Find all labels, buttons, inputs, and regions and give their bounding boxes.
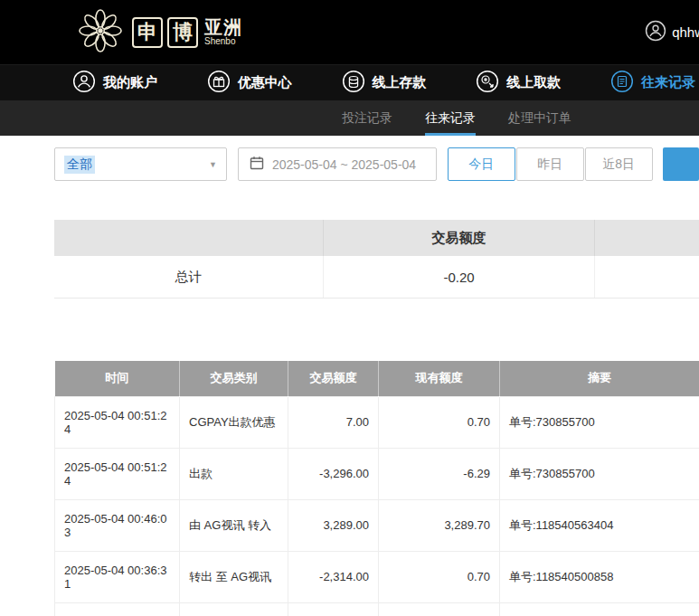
records-subnav: 投注记录 往来记录 处理中订单	[0, 100, 699, 136]
nav-item-online-withdraw[interactable]: 线上取款	[476, 70, 561, 96]
brand-region: 亚洲	[204, 18, 242, 36]
type-select[interactable]: 全部 ▼	[54, 147, 227, 181]
nav-item-online-deposit[interactable]: 线上存款	[342, 70, 427, 96]
main-nav: 我的账户 优惠中心 线上存款	[0, 64, 699, 100]
cell-summary: 单号:730855700	[500, 448, 699, 499]
table-row: 2025-05-04 00:51:24 出款 -3,296.00 -6.29 单…	[55, 448, 699, 499]
cell-summary: 单号:202505043949423402	[500, 602, 699, 616]
cell-balance: 2,314.70	[379, 602, 500, 616]
col-header-summary: 摘要	[500, 361, 699, 396]
cell-time: 2025-05-04 00:36:31	[55, 551, 180, 602]
cell-summary: 单号:118540563404	[500, 499, 699, 551]
cell-balance: -6.29	[379, 448, 500, 499]
cell-balance: 0.70	[379, 551, 500, 602]
nav-label: 线上存款	[373, 74, 427, 91]
cell-type: 出款	[180, 448, 288, 499]
tab-processing-orders[interactable]: 处理中订单	[508, 100, 571, 136]
records-table: 时间 交易类别 交易额度 现有额度 摘要 2025-05-04 00:51:24…	[54, 361, 699, 616]
cell-type: CGPAY-CG钱包支付笔笔送优惠	[180, 602, 288, 616]
summary-total-row: 总计 -0.20	[54, 256, 699, 299]
withdraw-icon	[476, 70, 499, 96]
quick-filter-yesterday[interactable]: 昨日	[516, 147, 584, 181]
user-icon	[72, 70, 96, 96]
cell-amount: -3,296.00	[288, 448, 379, 499]
top-header: 申 博 亚洲 Shenbo qhhw	[0, 0, 699, 64]
date-range-picker[interactable]: 2025-05-04 ~ 2025-05-04	[238, 147, 437, 181]
nav-label: 优惠中心	[238, 74, 292, 91]
table-row: 2025-05-04 00:51:24 CGPAY出款优惠 7.00 0.70 …	[55, 396, 699, 448]
chevron-down-icon: ▼	[209, 160, 217, 169]
cell-type: 由 AG视讯 转入	[180, 499, 288, 551]
user-avatar-icon	[645, 20, 666, 44]
summary-header-empty	[54, 220, 323, 256]
type-select-value: 全部	[64, 156, 95, 174]
summary-table: 交易额度 总计 -0.20	[54, 220, 699, 299]
filter-bar: 全部 ▼ 2025-05-04 ~ 2025-05-04 今日 昨日 近8日	[54, 147, 699, 181]
cell-type: CGPAY出款优惠	[180, 396, 288, 448]
gift-icon	[207, 70, 231, 96]
nav-item-my-account[interactable]: 我的账户	[72, 70, 157, 96]
brand-subtitle: Shenbo	[204, 36, 242, 47]
table-row: 2025-05-04 00:36:31 转出 至 AG视讯 -2,314.00 …	[55, 551, 699, 602]
records-icon	[610, 70, 634, 96]
cell-amount: -2,314.00	[288, 551, 379, 602]
col-header-amount: 交易额度	[288, 361, 379, 396]
tab-transaction-records[interactable]: 往来记录	[425, 100, 476, 136]
summary-total-label: 总计	[54, 256, 323, 298]
date-range-value: 2025-05-04 ~ 2025-05-04	[272, 157, 416, 172]
table-row: 2025-05-04 00:36:23 CGPAY-CG钱包支付笔笔送优惠 13…	[55, 602, 699, 616]
cell-summary: 单号:118540500858	[500, 551, 699, 602]
summary-header-amount: 交易额度	[323, 220, 594, 256]
col-header-balance: 现有额度	[379, 361, 500, 396]
col-header-time: 时间	[55, 361, 180, 396]
cell-balance: 3,289.70	[379, 499, 500, 551]
cell-time: 2025-05-04 00:51:24	[55, 396, 180, 448]
col-header-type: 交易类别	[180, 361, 288, 396]
brand-char-shen: 申	[132, 17, 163, 48]
summary-header-row: 交易额度	[54, 220, 699, 256]
nav-item-promo-center[interactable]: 优惠中心	[207, 70, 292, 96]
search-button[interactable]	[663, 147, 699, 181]
nav-label: 我的账户	[103, 74, 157, 91]
nav-label: 往来记录	[641, 74, 695, 91]
quick-filter-last8days[interactable]: 近8日	[585, 147, 653, 181]
cell-amount: 13.80	[288, 602, 379, 616]
cell-type: 转出 至 AG视讯	[180, 551, 288, 602]
deposit-icon	[342, 70, 365, 96]
tab-betting-records[interactable]: 投注记录	[342, 100, 392, 136]
summary-header-empty	[594, 220, 699, 256]
cell-time: 2025-05-04 00:51:24	[55, 448, 180, 499]
calendar-icon	[250, 156, 264, 173]
cell-balance: 0.70	[379, 396, 500, 448]
table-row: 2025-05-04 00:46:03 由 AG视讯 转入 3,289.00 3…	[55, 499, 699, 551]
cell-amount: 3,289.00	[288, 499, 379, 551]
nav-item-transaction-records[interactable]: 往来记录	[610, 70, 695, 96]
cell-time: 2025-05-04 00:46:03	[55, 499, 180, 551]
cell-time: 2025-05-04 00:36:23	[55, 602, 180, 616]
summary-empty-cell	[594, 256, 699, 298]
brand-logo[interactable]: 申 博 亚洲 Shenbo	[76, 6, 242, 59]
cell-summary: 单号:730855700	[500, 396, 699, 448]
summary-total-value: -0.20	[323, 256, 594, 298]
user-account[interactable]: qhhw	[645, 20, 699, 44]
quick-filter-today[interactable]: 今日	[448, 147, 515, 181]
username: qhhw	[672, 24, 699, 40]
nav-label: 线上取款	[506, 74, 561, 91]
records-header-row: 时间 交易类别 交易额度 现有额度 摘要	[55, 361, 699, 396]
cell-amount: 7.00	[288, 396, 379, 448]
flower-logo-icon	[76, 6, 125, 59]
brand-char-bo: 博	[167, 17, 198, 48]
